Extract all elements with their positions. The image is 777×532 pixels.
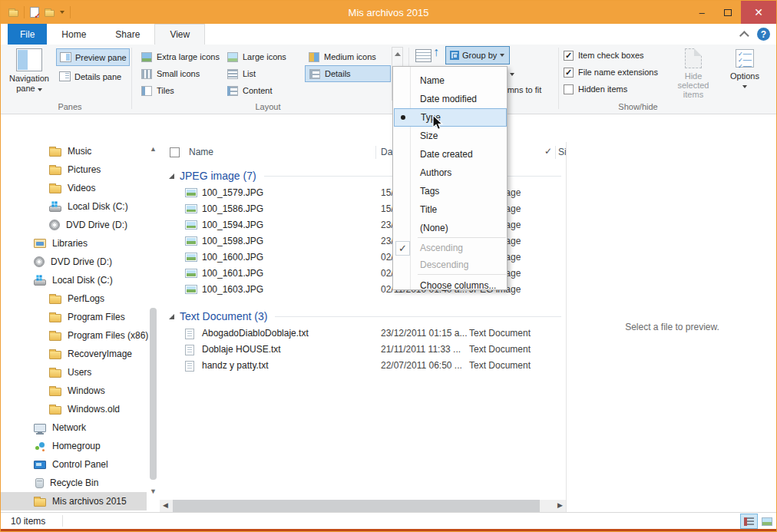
group-header[interactable]: Text Document (3) (160, 307, 566, 325)
sidebar-item-label: Libraries (52, 238, 88, 249)
checkbox-row-file-name-extensions[interactable]: ✓File name extensions (564, 64, 658, 81)
tab-share[interactable]: Share (101, 24, 154, 45)
checkbox-row-hidden-items[interactable]: Hidden items (564, 81, 627, 97)
menu-item--none-[interactable]: (None) (394, 219, 507, 237)
sidebar-item-users[interactable]: Users (1, 363, 160, 382)
file-row[interactable]: Doblaje HOUSE.txt21/11/2011 11:33 ...Tex… (160, 342, 566, 358)
menu-item-name[interactable]: Name (394, 71, 507, 90)
menu-item-tags[interactable]: Tags (394, 182, 507, 200)
sidebar-item-libraries[interactable]: Libraries (1, 234, 160, 253)
sidebar-item-mis-archivos-2015[interactable]: Mis archivos 2015 (1, 492, 147, 511)
scroll-left-icon[interactable]: ◀ (163, 501, 168, 509)
menu-item-date-created[interactable]: Date created (394, 145, 507, 164)
sidebar-item-pictures[interactable]: Pictures (1, 160, 160, 179)
navigation-pane-button[interactable]: Navigation pane (4, 47, 55, 99)
menu-item-type[interactable]: Type (394, 108, 507, 127)
scrollbar-thumb[interactable] (150, 308, 157, 480)
sidebar-item-videos[interactable]: Videos (1, 179, 160, 197)
file-row[interactable]: AbogadoDiabloDoblaje.txt23/12/2011 01:15… (160, 325, 566, 342)
file-name: 100_1603.JPG (202, 284, 263, 295)
sidebar-item-recycle-bin[interactable]: Recycle Bin (1, 474, 160, 492)
column-header-size[interactable]: Size (558, 147, 566, 157)
scroll-right-icon[interactable]: ▶ (557, 501, 563, 509)
preview-pane-button[interactable]: Preview pane (56, 48, 130, 66)
sidebar-item-music[interactable]: Music (1, 142, 160, 160)
thumbnail-view-button[interactable] (758, 514, 775, 529)
sidebar-scrollbar[interactable]: ▲ ▼ (147, 142, 159, 514)
layout-option-small-icons[interactable]: Small icons (137, 65, 220, 82)
menu-item-descending[interactable]: Descending (394, 256, 507, 274)
folder-icon (49, 167, 61, 175)
sidebar-item-control-panel[interactable]: Control Panel (1, 455, 160, 474)
minimize-ribbon-icon[interactable] (739, 31, 749, 41)
sidebar-item-local-disk-c-[interactable]: Local Disk (C:) (1, 197, 160, 216)
group-by-button[interactable]: Group by (445, 46, 510, 64)
folder-icon (34, 498, 46, 507)
horizontal-scrollbar[interactable]: ◀ ▶ (160, 500, 566, 512)
menu-item-title[interactable]: Title (394, 200, 507, 219)
scrollbar-thumb[interactable] (173, 500, 540, 512)
checked-checkbox-icon[interactable]: ✓ (564, 68, 574, 78)
tab-view[interactable]: View (154, 24, 205, 45)
close-button[interactable]: ✕ (741, 1, 776, 24)
tab-home[interactable]: Home (47, 24, 101, 45)
minimize-button[interactable]: – (689, 1, 715, 24)
layout-option-tiles[interactable]: Tiles (137, 82, 220, 99)
maximize-button[interactable] (715, 1, 741, 24)
menu-item-authors[interactable]: Authors (394, 164, 507, 182)
menu-item-date-modified[interactable]: Date modified (394, 90, 507, 108)
sidebar-item-local-disk-c-[interactable]: Local Disk (C:) (1, 271, 160, 289)
scroll-down-icon[interactable]: ▼ (150, 487, 157, 495)
sidebar-item-program-files[interactable]: Program Files (1, 308, 160, 326)
sidebar-item-dvd-drive-d-[interactable]: DVD Drive (D:) (1, 216, 160, 234)
sidebar-item-recoveryimage[interactable]: RecoveryImage (1, 345, 160, 363)
column-divider[interactable] (375, 146, 376, 159)
unchecked-checkbox-icon[interactable] (564, 84, 574, 94)
layout-option-medium-icons[interactable]: Medium icons (305, 48, 391, 65)
sidebar-item-perflogs[interactable]: PerfLogs (1, 289, 160, 308)
ribbon-view: Navigation pane Preview pane Details pan… (1, 45, 776, 114)
folder-icon[interactable] (8, 10, 18, 17)
group-header-label: JPEG image (7) (180, 170, 256, 182)
layout-option-extra-large-icons[interactable]: Extra large icons (137, 48, 220, 65)
help-icon[interactable]: ? (757, 28, 770, 41)
details-pane-button[interactable]: Details pane (56, 68, 130, 85)
layout-option-label: Medium icons (324, 52, 376, 61)
menu-item-ascending[interactable]: ✓Ascending (394, 239, 507, 257)
layout-option-large-icons[interactable]: Large icons (223, 48, 300, 65)
layout-option-list[interactable]: List (223, 65, 300, 82)
column-header-name[interactable]: Name (189, 147, 213, 157)
qat-customize-icon[interactable] (60, 11, 64, 14)
tab-file[interactable]: File (8, 24, 47, 45)
group-header-label: Text Document (3) (180, 310, 267, 322)
file-row[interactable]: handz y patty.txt22/07/2011 06:50 ...Tex… (160, 358, 566, 374)
scroll-up-icon (395, 52, 401, 56)
checkbox-row-item-check-boxes[interactable]: ✓Item check boxes (564, 47, 644, 64)
sidebar-item-program-files-x86-[interactable]: Program Files (x86) (1, 326, 160, 345)
collapse-group-icon[interactable] (169, 314, 174, 319)
sidebar-item-network[interactable]: Network (1, 418, 160, 437)
column-divider[interactable] (555, 146, 556, 159)
menu-item-choose-columns[interactable]: Choose columns... (394, 276, 507, 295)
sort-by-icon[interactable] (415, 49, 431, 62)
details-view-button[interactable] (740, 514, 758, 529)
sidebar-item-windows-old[interactable]: Windows.old (1, 400, 160, 418)
sidebar-item-windows[interactable]: Windows (1, 382, 160, 400)
mouse-cursor (432, 114, 444, 131)
menu-item-size[interactable]: Size (394, 127, 507, 145)
sidebar-item-dvd-drive-d-[interactable]: DVD Drive (D:) (1, 253, 160, 271)
sidebar-item-homegroup[interactable]: Homegroup (1, 437, 160, 455)
properties-icon[interactable] (30, 7, 39, 18)
new-folder-icon[interactable] (45, 10, 55, 17)
layout-option-details[interactable]: Details (305, 65, 391, 82)
scroll-up-icon[interactable]: ▲ (150, 145, 157, 153)
checked-checkbox-icon[interactable]: ✓ (564, 51, 574, 61)
folder-icon (49, 406, 61, 415)
folder-icon (49, 369, 61, 378)
layout-option-content[interactable]: Content (223, 82, 300, 99)
options-button[interactable]: ✓──✓──✓── Options (721, 47, 769, 101)
hide-selected-items-button[interactable]: Hide selected items (670, 47, 716, 101)
window-bottom-border (1, 529, 776, 531)
select-all-checkbox[interactable] (170, 147, 180, 157)
collapse-group-icon[interactable] (169, 173, 174, 179)
